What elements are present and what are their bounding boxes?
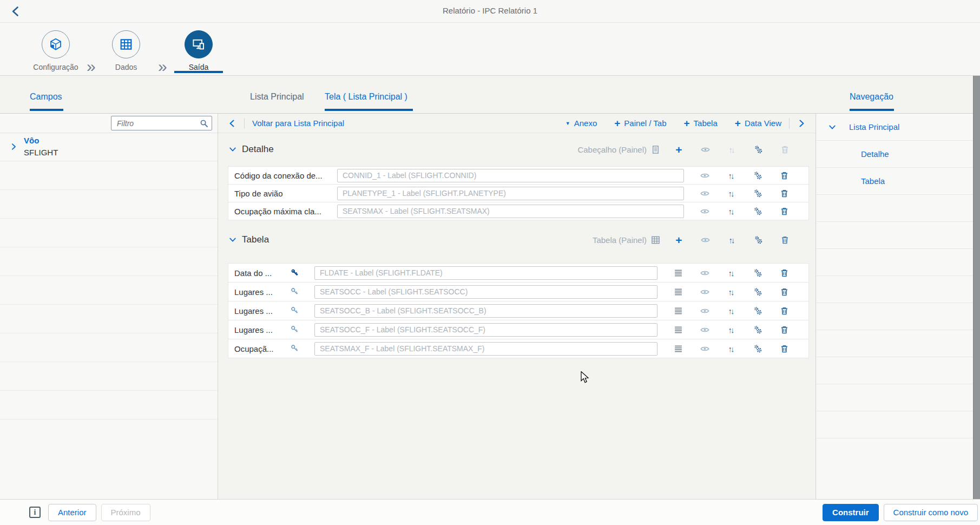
visibility-icon[interactable] [700, 344, 709, 353]
settings-icon[interactable] [753, 171, 762, 180]
list-lines-icon[interactable] [674, 344, 683, 353]
move-icon[interactable]: ↑↓ [728, 268, 735, 278]
key-icon[interactable] [290, 306, 300, 316]
tab-campos-underline [30, 109, 63, 111]
collapse-chevron-icon[interactable] [229, 146, 236, 153]
back-chevron-icon[interactable] [228, 119, 236, 128]
collapse-chevron-icon[interactable] [229, 236, 236, 244]
delete-icon[interactable] [780, 325, 789, 334]
tab-navegacao[interactable]: Navegação [850, 92, 893, 102]
anexo-menu-button[interactable]: ▼ Anexo [565, 119, 597, 128]
delete-icon[interactable] [780, 189, 789, 198]
move-icon[interactable]: ↑↓ [729, 235, 735, 245]
key-icon[interactable] [290, 287, 300, 297]
nav-item-tabela[interactable]: Tabela [817, 168, 980, 195]
visibility-icon[interactable] [700, 268, 709, 278]
nav-item-lista-principal[interactable]: Lista Principal [817, 114, 980, 141]
key-icon[interactable] [290, 344, 300, 353]
list-lines-icon[interactable] [674, 268, 683, 278]
field-binding-input[interactable] [314, 323, 657, 337]
move-icon[interactable]: ↑↓ [728, 325, 735, 334]
field-binding-input[interactable] [314, 304, 657, 318]
toolbar-separator [789, 118, 790, 129]
visibility-icon[interactable] [700, 306, 709, 316]
nav-item-label: Tabela [861, 176, 885, 186]
tab-campos[interactable]: Campos [30, 92, 62, 102]
chevron-right-icon[interactable] [10, 143, 17, 150]
chevron-down-icon[interactable] [828, 123, 836, 131]
visibility-icon[interactable] [700, 287, 709, 297]
delete-icon[interactable] [780, 344, 789, 353]
vertical-scrollbar[interactable] [973, 76, 980, 499]
wizard-step-saida[interactable]: Saída [169, 30, 228, 71]
wizard-step-configuracao[interactable]: Configuração [26, 30, 85, 71]
list-lines-icon[interactable] [674, 306, 683, 316]
delete-icon[interactable] [780, 171, 789, 180]
tab-lista-principal[interactable]: Lista Principal [250, 92, 304, 102]
wizard-step-label: Saída [169, 63, 228, 71]
delete-icon[interactable] [780, 287, 789, 297]
field-binding-input[interactable] [314, 285, 657, 299]
add-field-icon[interactable]: + [675, 144, 682, 155]
add-field-icon[interactable]: + [675, 234, 682, 246]
empty-list-row [0, 305, 218, 333]
tab-tela-lista-principal[interactable]: Tela ( Lista Principal ) [325, 92, 407, 102]
forward-chevron-icon[interactable] [797, 119, 806, 128]
visibility-icon[interactable] [700, 325, 709, 334]
visibility-icon[interactable] [701, 235, 710, 245]
info-icon[interactable]: i [29, 507, 41, 518]
field-binding-input[interactable] [314, 266, 657, 280]
visibility-icon[interactable] [700, 171, 709, 180]
nav-item-detalhe[interactable]: Detalhe [817, 141, 980, 168]
visibility-icon[interactable] [700, 189, 709, 198]
delete-icon[interactable] [780, 207, 789, 216]
delete-icon[interactable] [780, 235, 790, 245]
page-title: Relatório - IPC Relatório 1 [0, 6, 980, 15]
move-icon[interactable]: ↑↓ [728, 306, 735, 316]
delete-icon[interactable] [780, 145, 790, 154]
settings-icon[interactable] [754, 235, 763, 245]
add-table-button[interactable]: + Tabela [683, 118, 717, 128]
add-panel-tab-button[interactable]: + Painel / Tab [614, 118, 666, 128]
build-button[interactable]: Construir [823, 504, 879, 521]
settings-icon[interactable] [753, 189, 762, 198]
list-lines-icon[interactable] [674, 287, 683, 297]
move-icon[interactable]: ↑↓ [729, 145, 735, 154]
delete-icon[interactable] [780, 306, 789, 316]
output-step-circle [185, 30, 213, 58]
field-binding-input[interactable] [314, 342, 657, 356]
field-tree-node[interactable]: Vôo SFLIGHT [0, 133, 218, 161]
wizard-step-dados[interactable]: Dados [96, 30, 156, 71]
visibility-icon[interactable] [700, 207, 709, 216]
move-icon[interactable]: ↑↓ [728, 207, 735, 216]
settings-icon[interactable] [753, 268, 762, 278]
move-icon[interactable]: ↑↓ [728, 171, 735, 180]
back-to-main-list-link[interactable]: Voltar para Lista Principal [252, 119, 344, 128]
search-icon[interactable] [200, 119, 208, 128]
settings-icon[interactable] [753, 207, 762, 216]
settings-icon[interactable] [753, 287, 762, 297]
move-icon[interactable]: ↑↓ [728, 287, 735, 297]
visibility-icon[interactable] [701, 145, 710, 154]
settings-icon[interactable] [754, 145, 763, 154]
field-label: Ocupaçã... [234, 344, 275, 353]
move-icon[interactable]: ↑↓ [728, 344, 735, 353]
filter-input[interactable] [117, 119, 200, 128]
empty-nav-row [817, 411, 980, 438]
move-icon[interactable]: ↑↓ [728, 189, 735, 198]
settings-icon[interactable] [753, 306, 762, 316]
delete-icon[interactable] [780, 268, 789, 278]
key-icon[interactable] [290, 325, 300, 334]
key-icon[interactable] [290, 268, 300, 278]
list-lines-icon[interactable] [674, 325, 683, 334]
field-binding-input[interactable] [337, 205, 684, 218]
settings-icon[interactable] [753, 344, 762, 353]
settings-icon[interactable] [753, 325, 762, 334]
step-separator-chevron-icon: » [87, 58, 96, 75]
build-as-new-button[interactable]: Construir como novo [884, 504, 978, 521]
field-binding-input[interactable] [337, 169, 684, 182]
field-binding-input[interactable] [337, 187, 684, 200]
add-dataview-button[interactable]: + Data View [735, 118, 781, 128]
field-label: Lugares ... [234, 325, 275, 334]
previous-button[interactable]: Anterior [48, 504, 96, 521]
